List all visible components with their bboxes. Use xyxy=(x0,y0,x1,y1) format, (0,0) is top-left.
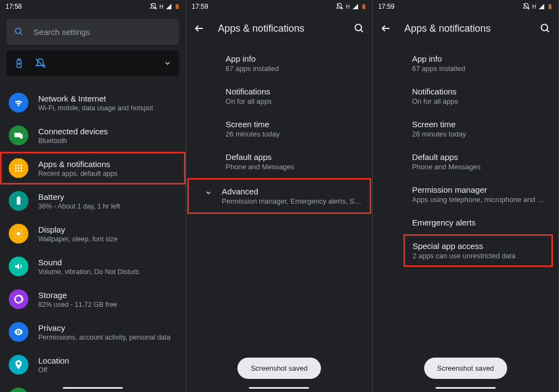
item-title: Screen time xyxy=(412,120,545,129)
svg-rect-42 xyxy=(550,4,551,4)
svg-rect-21 xyxy=(17,197,21,204)
settings-item-security[interactable]: Security xyxy=(0,381,186,392)
search-icon xyxy=(14,26,24,37)
status-time: 17:59 xyxy=(192,3,208,10)
svg-rect-35 xyxy=(362,4,365,9)
privacy-icon xyxy=(9,322,28,342)
dnd-icon xyxy=(150,3,157,10)
app-header: Apps & notifications xyxy=(186,13,372,44)
item-title: Location xyxy=(38,356,69,365)
status-icons: H xyxy=(336,3,366,10)
item-title: Permission manager xyxy=(412,185,545,194)
settings-item-storage[interactable]: Storage 82% used - 11.72 GB free xyxy=(0,283,186,316)
item-title: Sound xyxy=(38,258,139,267)
item-subtitle: 67 apps installed xyxy=(225,64,359,73)
back-icon[interactable] xyxy=(380,23,391,34)
detail-default-apps[interactable]: Default apps Phone and Messages xyxy=(186,145,372,178)
item-title: Apps & notifications xyxy=(38,159,117,169)
item-subtitle: Wi-Fi, mobile, data usage and hotspot xyxy=(38,104,153,112)
security-icon xyxy=(9,388,28,392)
item-subtitle: Recent apps, default apps xyxy=(38,170,117,177)
item-title: Network & Internet xyxy=(38,94,153,103)
settings-item-display[interactable]: Display Wallpaper, sleep, font size xyxy=(0,217,186,250)
detail-notifications[interactable]: Notifications On for all apps xyxy=(373,80,558,112)
detail-permission-manager[interactable]: Permission manager Apps using telephone,… xyxy=(373,178,558,211)
settings-item-apps[interactable]: Apps & notifications Recent apps, defaul… xyxy=(0,152,186,185)
settings-item-connected[interactable]: Connected devices Bluetooth xyxy=(0,119,186,152)
signal-h-icon: H xyxy=(346,4,349,10)
nav-indicator[interactable] xyxy=(436,387,496,389)
svg-line-28 xyxy=(15,230,16,231)
item-subtitle: Permission manager, Emergency alerts, Sp… xyxy=(222,197,362,205)
item-subtitle: Phone and Messages xyxy=(225,163,359,171)
item-title: Advanced xyxy=(222,187,362,196)
item-subtitle: Permissions, account activity, personal … xyxy=(38,334,170,341)
svg-line-39 xyxy=(360,30,362,32)
item-subtitle: On for all apps xyxy=(225,97,359,105)
highlight-advanced: Advanced Permission manager, Emergency a… xyxy=(187,178,371,214)
detail-app-info[interactable]: App info 67 apps installed xyxy=(373,47,558,80)
apps-notifications-screen: 17:59 H Apps & notifications App info 67… xyxy=(186,0,372,392)
status-time: 17:58 xyxy=(5,3,22,10)
apps-icon xyxy=(9,158,28,178)
detail-app-info[interactable]: App info 67 apps installed xyxy=(186,47,372,80)
status-icons: H xyxy=(522,3,553,10)
search-settings-bar[interactable] xyxy=(7,19,179,45)
svg-point-16 xyxy=(17,167,19,169)
chevron-down-icon xyxy=(164,60,171,67)
svg-line-29 xyxy=(21,236,22,237)
back-icon[interactable] xyxy=(194,23,205,34)
svg-rect-11 xyxy=(20,134,23,139)
svg-point-14 xyxy=(20,164,22,166)
detail-notifications[interactable]: Notifications On for all apps xyxy=(186,80,372,112)
item-title: Battery xyxy=(38,192,120,201)
header-title: Apps & notifications xyxy=(218,23,304,34)
sound-icon xyxy=(9,257,28,276)
detail-screen-time[interactable]: Screen time 26 minutes today xyxy=(373,112,558,145)
item-subtitle: Wallpaper, sleep, font size xyxy=(38,235,117,243)
search-icon[interactable] xyxy=(540,23,551,34)
detail-default-apps[interactable]: Default apps Phone and Messages xyxy=(373,145,558,178)
status-bar: 17:59 H xyxy=(186,0,372,13)
status-time: 17:59 xyxy=(378,3,395,10)
settings-item-sound[interactable]: Sound Volume, vibration, Do Not Disturb xyxy=(0,250,186,283)
chevron-down-icon xyxy=(205,189,212,197)
svg-rect-41 xyxy=(549,4,552,9)
svg-line-30 xyxy=(15,236,16,237)
item-subtitle: 67 apps installed xyxy=(412,64,545,73)
svg-rect-22 xyxy=(17,197,19,198)
detail-special-app-access[interactable]: Special app access 2 apps can use unrest… xyxy=(405,236,551,265)
svg-point-12 xyxy=(15,164,16,166)
toast[interactable]: Screenshot saved xyxy=(237,358,320,379)
settings-item-location[interactable]: Location Off xyxy=(0,348,186,381)
nav-indicator[interactable] xyxy=(249,387,309,389)
svg-line-4 xyxy=(20,33,22,35)
detail-emergency-alerts[interactable]: Emergency alerts xyxy=(373,211,558,234)
search-input[interactable] xyxy=(34,27,172,37)
detail-advanced[interactable]: Advanced Permission manager, Emergency a… xyxy=(189,180,369,212)
settings-item-privacy[interactable]: Privacy Permissions, account activity, p… xyxy=(0,316,186,348)
svg-rect-36 xyxy=(363,4,364,4)
nav-indicator[interactable] xyxy=(63,387,123,389)
detail-list: App info 67 apps installed Notifications… xyxy=(186,44,372,217)
status-icons: H xyxy=(150,3,180,10)
item-title: Storage xyxy=(38,290,117,300)
item-subtitle: 26 minutes today xyxy=(225,130,359,138)
condition-card[interactable] xyxy=(7,50,179,76)
item-title: Default apps xyxy=(225,152,359,162)
settings-item-battery[interactable]: Battery 36% - About 1 day, 1 hr left xyxy=(0,185,186,217)
location-icon xyxy=(9,355,28,375)
settings-item-network[interactable]: Network & Internet Wi-Fi, mobile, data u… xyxy=(0,86,186,119)
battery-saver-icon xyxy=(14,58,24,68)
signal-h-icon: H xyxy=(159,4,163,10)
svg-point-15 xyxy=(15,167,16,169)
search-icon[interactable] xyxy=(354,23,365,34)
item-title: App info xyxy=(225,54,359,63)
battery-item-icon xyxy=(9,191,28,211)
toast[interactable]: Screenshot saved xyxy=(424,358,507,379)
item-title: Display xyxy=(38,225,117,234)
battery-icon xyxy=(174,3,180,10)
detail-screen-time[interactable]: Screen time 26 minutes today xyxy=(186,112,372,145)
item-title: Privacy xyxy=(38,323,170,332)
header-title: Apps & notifications xyxy=(405,23,491,34)
